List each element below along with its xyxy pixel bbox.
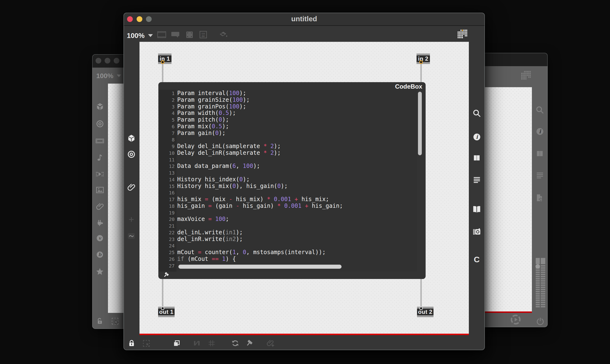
code-line: 18his_gain = (gain - his_gain) * 0.001 +…	[159, 203, 417, 209]
chevron-down-icon	[148, 34, 153, 37]
plug-icon[interactable]	[95, 217, 105, 228]
comment-icon[interactable]	[170, 29, 181, 40]
code-line: 4Param width(0.5);	[159, 110, 417, 117]
titlebar: untitled	[123, 13, 485, 26]
select-region-icon[interactable]	[110, 316, 120, 326]
fader-cap	[536, 258, 540, 264]
code-line: 25mCout = counter(1, 0, mstosamps(interv…	[159, 249, 417, 256]
patcher-object-icon[interactable]	[156, 29, 167, 40]
cube-icon[interactable]	[126, 133, 137, 143]
gain-fader[interactable]	[536, 258, 540, 308]
code-line: 3Param grainPos(100);	[159, 104, 417, 110]
export-doc-icon[interactable]	[534, 193, 545, 203]
compile-strip	[140, 334, 469, 335]
code-icon[interactable]: code	[198, 29, 208, 40]
patcher-canvas-dim[interactable]	[484, 87, 532, 312]
hammer-compile-icon	[163, 272, 169, 278]
code-line: 6Param mix(0.5);	[159, 123, 417, 130]
search-icon[interactable]	[534, 105, 545, 115]
power-icon[interactable]	[535, 316, 545, 326]
codebox-object[interactable]: CodeBox 1Param interval(100);2Param grai…	[158, 82, 426, 279]
code-line: 19	[159, 209, 417, 216]
c-letter-icon[interactable]: C	[471, 254, 482, 265]
info-icon[interactable]: i	[471, 132, 482, 142]
codebox-editor[interactable]: 1Param interval(100);2Param grainSize(10…	[159, 90, 417, 272]
paperclip-icon[interactable]	[126, 182, 137, 193]
chevron-down-icon	[117, 75, 121, 77]
patch-cord-in1[interactable]	[162, 62, 163, 83]
object-box-in1[interactable]: in 1	[158, 53, 171, 64]
search-icon[interactable]	[471, 108, 482, 118]
patcher-canvas[interactable]: in 1 in 2 out 1 out 2 CodeBox	[140, 42, 469, 335]
play-icon[interactable]	[510, 314, 521, 325]
codebox-horizontal-scrollbar[interactable]	[178, 265, 341, 269]
code-line: 7Param gain(0);	[159, 130, 417, 137]
patch-cord-out2[interactable]	[421, 279, 422, 308]
cube-icon[interactable]	[95, 101, 105, 112]
unlock-icon[interactable]	[94, 316, 105, 326]
outlet-in1[interactable]	[161, 60, 165, 64]
extras-grid-icon[interactable]	[521, 70, 531, 81]
b-circle-icon[interactable]: b	[95, 249, 105, 260]
code-line: 21	[159, 223, 417, 229]
add-icon[interactable]	[126, 214, 137, 225]
image-icon[interactable]	[95, 185, 105, 195]
zoom-dropdown[interactable]: 100%	[127, 32, 153, 40]
zoom-dropdown[interactable]: 100%	[96, 72, 121, 80]
codebox-vertical-scrollbar[interactable]	[418, 92, 422, 155]
star-icon[interactable]	[95, 266, 105, 277]
columns-icon[interactable]	[534, 148, 545, 159]
camera-icon[interactable]	[471, 226, 482, 237]
music-note-icon[interactable]	[95, 152, 105, 163]
meter-cap	[541, 258, 545, 264]
level-meter	[541, 258, 545, 308]
list-icon[interactable]	[471, 174, 482, 185]
code-line: 12Data data_param(6, 100);	[159, 163, 417, 169]
inlet-out1[interactable]	[161, 307, 165, 310]
align-icon[interactable]	[192, 338, 202, 349]
reload-icon[interactable]	[230, 338, 241, 349]
fader-knob[interactable]	[535, 264, 540, 269]
svg-text:de: de	[202, 35, 205, 38]
code-line: 13	[159, 169, 417, 176]
object-box-out1[interactable]: out 1	[158, 307, 175, 317]
code-line: 22del_inL.write(in1);	[159, 229, 417, 236]
extras-grid-icon[interactable]	[457, 29, 468, 39]
patch-cord-in2[interactable]	[421, 62, 422, 83]
book-icon[interactable]	[471, 204, 482, 214]
minimize-button-dim[interactable]	[105, 58, 110, 64]
paperclip-icon[interactable]	[95, 201, 105, 212]
target-icon[interactable]	[95, 118, 105, 129]
paint-bucket-icon[interactable]	[218, 29, 229, 40]
object-box-in2[interactable]: in 2	[416, 53, 430, 64]
codebox-label: CodeBox	[395, 83, 422, 90]
meter-segments	[541, 265, 545, 308]
panel-icon[interactable]	[184, 29, 195, 40]
columns-icon[interactable]	[471, 153, 482, 163]
code-line: 9Delay del_inL(samplerate * 2);	[159, 143, 417, 150]
code-line: 20maxVoice = 100;	[159, 216, 417, 223]
grid-icon[interactable]	[206, 338, 217, 349]
clip-add-icon[interactable]	[265, 338, 276, 349]
inlet-out2[interactable]	[419, 307, 423, 310]
svg-text:C: C	[474, 256, 480, 264]
compile-strip-dim	[484, 312, 532, 313]
object-box-icon[interactable]	[95, 136, 105, 146]
v-circle-icon[interactable]: v	[95, 233, 105, 243]
info-icon[interactable]: i	[534, 126, 545, 137]
lock-icon[interactable]	[126, 338, 137, 349]
list-icon[interactable]	[534, 170, 545, 180]
playbar-icon[interactable]	[95, 169, 105, 179]
select-region-icon[interactable]	[141, 338, 151, 349]
zoom-button-dim[interactable]	[114, 58, 119, 64]
bring-front-icon[interactable]	[171, 338, 182, 349]
outlet-in2[interactable]	[419, 60, 423, 64]
code-line: 23del_inR.write(in2);	[159, 236, 417, 243]
gen-patcher-window[interactable]: untitled 100% code iC in 1 in 2 out 1	[123, 13, 485, 350]
tilde-icon[interactable]	[126, 231, 137, 241]
target-icon[interactable]	[126, 149, 137, 159]
hammer-icon[interactable]	[244, 338, 254, 349]
code-line: 17his_mix = (mix - his_mix) * 0.001 + hi…	[159, 196, 417, 203]
patch-cord-out1[interactable]	[162, 279, 163, 308]
close-button-dim[interactable]	[96, 58, 101, 64]
